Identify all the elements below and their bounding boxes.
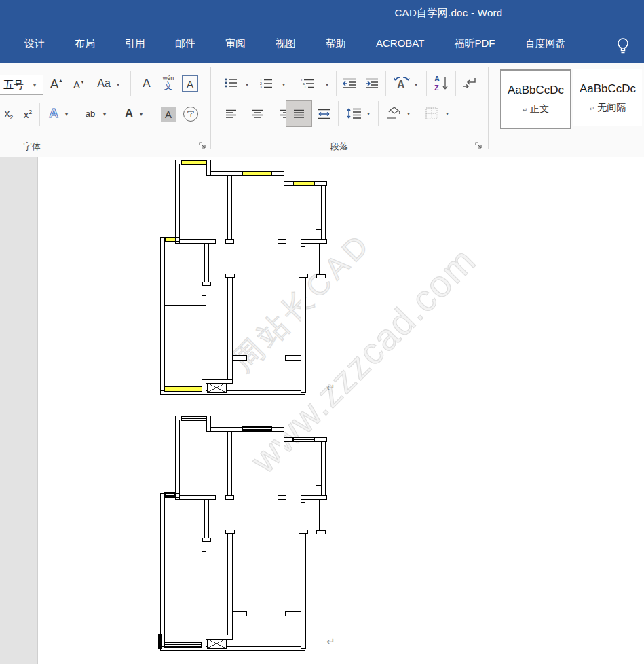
style-preview: AaBbCcDc xyxy=(508,84,564,97)
chevron-down-icon[interactable]: ▾ xyxy=(140,111,143,117)
character-shading-button[interactable]: A xyxy=(159,104,178,124)
chevron-down-icon[interactable]: ▾ xyxy=(117,81,119,88)
chevron-down-icon[interactable]: ▾ xyxy=(282,81,285,88)
shading-button[interactable] xyxy=(383,101,404,126)
chevron-down-icon: ▾ xyxy=(33,82,36,88)
ribbon: 五号 ▾ A▲ A▼ Aa ▾ A wén文 A x2 x2 A xyxy=(0,63,644,158)
grow-arrow-icon: ▲ xyxy=(58,78,63,83)
highlight-button[interactable]: ab xyxy=(80,103,100,124)
align-left-button[interactable] xyxy=(221,103,241,126)
font-group-label: 字体 xyxy=(23,141,41,153)
multilevel-list-button[interactable]: 1ai xyxy=(296,73,319,93)
tab-1[interactable]: 布局 xyxy=(75,37,95,50)
paragraph-style-icon: ↵ xyxy=(523,107,528,113)
change-case-button[interactable]: Aa xyxy=(92,73,115,94)
grow-font-button[interactable]: A▲ xyxy=(43,73,65,94)
style-name: ↵正文 xyxy=(523,103,550,115)
paragraph-dialog-launcher[interactable] xyxy=(474,141,483,150)
floorplan-image-1[interactable] xyxy=(157,158,327,396)
tab-2[interactable]: 引用 xyxy=(125,37,145,50)
chevron-down-icon[interactable]: ▾ xyxy=(65,111,68,117)
line-spacing-button[interactable] xyxy=(343,101,365,126)
chevron-down-icon[interactable]: ▾ xyxy=(103,111,106,117)
chevron-down-icon[interactable]: ▾ xyxy=(415,81,417,88)
tab-4[interactable]: 审阅 xyxy=(225,37,246,50)
tab-9[interactable]: 百度网盘 xyxy=(525,37,565,50)
tab-6[interactable]: 帮助 xyxy=(326,37,346,50)
font-size-value: 五号 xyxy=(3,79,24,92)
title-bar: CAD自学网.doc - Word 设计布局引用邮件审阅视图帮助ACROBAT福… xyxy=(0,0,644,63)
paragraph-group-label: 段落 xyxy=(330,141,348,153)
paragraph-mark-button[interactable] xyxy=(460,73,479,93)
tab-3[interactable]: 邮件 xyxy=(175,37,195,50)
document-title: CAD自学网.doc - Word xyxy=(254,7,643,20)
chevron-down-icon[interactable]: ▾ xyxy=(407,111,410,117)
chevron-down-icon[interactable]: ▾ xyxy=(446,111,449,117)
svg-text:A: A xyxy=(397,79,405,90)
superscript-button[interactable]: x2 xyxy=(19,104,37,124)
lightbulb-icon[interactable] xyxy=(614,36,632,56)
increase-indent-button[interactable] xyxy=(362,73,382,93)
chevron-down-icon[interactable]: ▾ xyxy=(326,81,328,88)
floorplan-image-2[interactable] xyxy=(157,413,327,652)
document-area[interactable]: 周站长CAD www.zzzcad.com ↵ ↵ xyxy=(0,157,644,664)
paragraph-mark: ↵ xyxy=(326,635,335,648)
tab-8[interactable]: 福昕PDF xyxy=(454,37,495,50)
svg-text:A: A xyxy=(434,75,440,83)
justify-button[interactable] xyxy=(286,100,312,127)
clear-formatting-button[interactable]: A xyxy=(136,73,157,94)
style-name: ↵无间隔 xyxy=(590,102,626,114)
borders-button[interactable] xyxy=(421,101,442,126)
character-border-button[interactable]: A xyxy=(181,73,200,94)
chevron-down-icon[interactable]: ▾ xyxy=(367,111,370,117)
align-center-button[interactable] xyxy=(247,103,267,126)
phonetic-guide-button[interactable]: wén文 xyxy=(159,71,178,95)
word-window: CAD自学网.doc - Word 设计布局引用邮件审阅视图帮助ACROBAT福… xyxy=(0,0,644,664)
asian-layout-button[interactable]: A xyxy=(390,71,413,94)
svg-text:Z: Z xyxy=(434,84,439,92)
shrink-arrow-icon: ▼ xyxy=(80,79,85,84)
shrink-font-button[interactable]: A▼ xyxy=(67,74,87,94)
font-dialog-launcher[interactable] xyxy=(198,141,207,150)
svg-text:i: i xyxy=(305,85,305,88)
enclose-character-button[interactable]: 字 xyxy=(182,104,200,124)
font-color-button[interactable]: A xyxy=(119,103,138,124)
tab-0[interactable]: 设计 xyxy=(24,37,45,50)
style-card-1[interactable]: AaBbCcDc↵无间隔 xyxy=(573,69,642,126)
sort-button[interactable]: AZ xyxy=(432,71,452,95)
svg-text:3: 3 xyxy=(260,85,262,88)
tab-7[interactable]: ACROBAT xyxy=(376,37,424,50)
ribbon-tab-bar: 设计布局引用邮件审阅视图帮助ACROBAT福昕PDF百度网盘 xyxy=(24,37,565,50)
paragraph-style-icon: ↵ xyxy=(590,105,595,112)
bullets-button[interactable] xyxy=(221,73,241,93)
page-margin-strip xyxy=(0,157,38,664)
font-size-combo[interactable]: 五号 ▾ xyxy=(0,75,43,95)
style-card-0[interactable]: AaBbCcDc↵正文 xyxy=(500,69,571,129)
paragraph-mark: ↵ xyxy=(326,382,335,394)
text-effects-button[interactable]: A xyxy=(43,103,64,124)
subscript-button[interactable]: x2 xyxy=(0,104,18,124)
decrease-indent-button[interactable] xyxy=(339,73,360,93)
numbering-button[interactable]: 123 xyxy=(255,73,277,93)
distributed-justify-button[interactable] xyxy=(314,103,334,126)
chevron-down-icon[interactable]: ▾ xyxy=(246,81,248,88)
style-preview: AaBbCcDc xyxy=(580,82,636,96)
tab-5[interactable]: 视图 xyxy=(276,37,296,50)
